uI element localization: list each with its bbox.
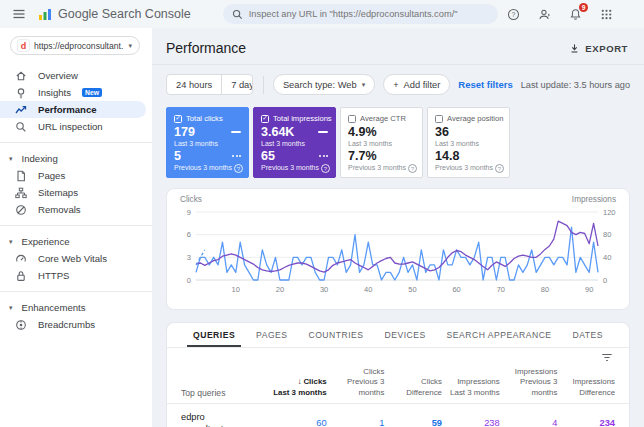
- column-header-clicks-difference[interactable]: ClicksDifference: [384, 377, 442, 398]
- magnifier-icon: [15, 121, 27, 133]
- sidebar-item-pages[interactable]: Pages: [0, 167, 152, 184]
- sidebar-item-overview[interactable]: Overview: [0, 67, 152, 84]
- top-app-bar: Google Search Console ? 9: [0, 0, 644, 28]
- sidebar-section-experience[interactable]: ▾ Experience: [0, 233, 152, 250]
- checkbox-checked-icon[interactable]: ✓: [261, 115, 269, 123]
- checkbox-checked-icon[interactable]: ✓: [174, 115, 182, 123]
- property-selector[interactable]: d https://edproconsultant... ▾: [10, 36, 140, 55]
- filter-list-icon[interactable]: [601, 352, 613, 363]
- help-icon[interactable]: ?: [321, 164, 330, 173]
- range-7-days[interactable]: 7 days: [221, 75, 252, 94]
- search-console-logo-icon: [38, 8, 52, 21]
- column-header-top-queries[interactable]: Top queries: [181, 388, 269, 398]
- help-icon[interactable]: ?: [506, 7, 521, 22]
- solid-line-indicator: [231, 131, 241, 133]
- sidebar-item-label: Breadcrumbs: [38, 319, 95, 330]
- url-inspect-searchbar[interactable]: [223, 4, 498, 24]
- svg-text:10: 10: [232, 285, 240, 294]
- property-favicon: d: [18, 40, 29, 51]
- clicks-last-cell: 60: [269, 418, 327, 427]
- main-content: Performance EXPORT 24 hours 7 days 28 da…: [152, 28, 644, 427]
- impressions-previous-cell: 4: [500, 418, 558, 427]
- sidebar-item-label: Performance: [38, 104, 97, 115]
- search-type-dropdown[interactable]: Search type: Web ▾: [273, 74, 375, 95]
- tab-dates[interactable]: DATES: [566, 323, 609, 347]
- column-header-impressions-last[interactable]: ImpressionsLast 3 months: [442, 377, 500, 398]
- impressions-last-cell: 238: [442, 418, 500, 427]
- page-header: Performance EXPORT: [152, 28, 644, 65]
- card-period: Last 3 months: [174, 140, 241, 147]
- gauge-icon: [15, 253, 27, 265]
- sidebar-item-sitemaps[interactable]: Sitemaps: [0, 184, 152, 201]
- svg-text:9: 9: [187, 208, 191, 217]
- sidebar-item-breadcrumbs[interactable]: Breadcrumbs: [0, 316, 152, 333]
- notifications-bell-icon[interactable]: 9: [568, 7, 583, 22]
- column-header-impressions-difference[interactable]: ImpressionsDifference: [557, 377, 615, 398]
- sidebar-item-insights[interactable]: Insights New: [0, 84, 152, 101]
- search-console-logo[interactable]: Google Search Console: [38, 7, 191, 21]
- dotted-line-indicator: [232, 155, 241, 157]
- export-button[interactable]: EXPORT: [569, 43, 628, 54]
- table-row[interactable]: edpro consultants 60 1 59 238 4 234: [167, 404, 629, 427]
- reset-filters-link[interactable]: Reset filters: [458, 79, 512, 90]
- range-24-hours[interactable]: 24 hours: [167, 75, 221, 94]
- tab-queries[interactable]: QUERIES: [187, 323, 241, 347]
- lock-icon: [15, 270, 27, 282]
- account-switcher-icon[interactable]: [537, 7, 552, 22]
- tab-countries[interactable]: COUNTRIES: [302, 323, 369, 347]
- sidebar-divider: [0, 142, 152, 143]
- sidebar-item-url-inspection[interactable]: URL inspection: [0, 118, 152, 135]
- checkbox-unchecked-icon[interactable]: [348, 115, 356, 123]
- sidebar-section-indexing[interactable]: ▾ Indexing: [0, 150, 152, 167]
- sidebar-item-label: Pages: [38, 170, 65, 181]
- svg-text:20: 20: [276, 285, 284, 294]
- tab-search-appearance[interactable]: SEARCH APPEARANCE: [441, 323, 558, 347]
- chevron-down-icon: ▾: [362, 81, 366, 89]
- date-range-segmented-control: 24 hours 7 days 28 days 3 months ✓Compar…: [166, 74, 253, 95]
- new-badge: New: [82, 88, 102, 97]
- sidebar-section-enhancements[interactable]: ▾ Enhancements: [0, 299, 152, 316]
- svg-text:0: 0: [603, 276, 607, 285]
- hamburger-menu-icon[interactable]: [12, 6, 26, 22]
- sidebar-nav: Overview Insights New Performance URL in…: [0, 67, 152, 333]
- performance-chart-icon: [15, 104, 27, 116]
- card-value: 179: [174, 125, 195, 139]
- checkbox-unchecked-icon[interactable]: [435, 115, 443, 123]
- sidebar-item-label: Sitemaps: [38, 187, 78, 198]
- column-header-clicks-last[interactable]: ↓ClicksLast 3 months: [269, 377, 327, 398]
- sidebar-item-https[interactable]: HTTPS: [0, 267, 152, 284]
- tab-pages[interactable]: PAGES: [250, 323, 293, 347]
- card-total-clicks[interactable]: ✓Total clicks 179 Last 3 months 5 Previo…: [166, 107, 249, 178]
- sidebar-item-performance[interactable]: Performance: [0, 101, 146, 118]
- query-cell: edpro consultants: [181, 411, 269, 427]
- left-axis-title: Clicks: [180, 195, 202, 204]
- google-apps-grid-icon[interactable]: [599, 7, 614, 22]
- add-filter-button[interactable]: + Add filter: [383, 74, 450, 95]
- card-total-impressions[interactable]: ✓Total impressions 3.64K Last 3 months 6…: [253, 107, 336, 178]
- pages-document-icon: [15, 170, 27, 182]
- sidebar-item-label: Removals: [38, 204, 81, 215]
- svg-text:30: 30: [320, 285, 328, 294]
- sidebar-item-label: URL inspection: [38, 121, 103, 132]
- help-icon[interactable]: ?: [495, 164, 504, 173]
- chevron-down-icon: ▾: [9, 155, 13, 163]
- sidebar-item-core-web-vitals[interactable]: Core Web Vitals: [0, 250, 152, 267]
- help-icon[interactable]: ?: [408, 164, 417, 173]
- tab-devices[interactable]: DEVICES: [378, 323, 431, 347]
- sidebar-section-label: Experience: [22, 236, 70, 247]
- url-inspect-input[interactable]: [249, 9, 489, 19]
- metric-cards: ✓Total clicks 179 Last 3 months 5 Previo…: [152, 95, 644, 178]
- sidebar-item-removals[interactable]: Removals: [0, 201, 152, 218]
- breadcrumbs-icon: [15, 319, 27, 331]
- svg-text:120: 120: [603, 208, 616, 217]
- card-period: Last 3 months: [261, 140, 328, 147]
- column-header-impressions-previous[interactable]: ImpressionsPrevious 3 months: [500, 367, 558, 398]
- card-value: 3.64K: [261, 125, 294, 139]
- card-label: Total impressions: [273, 114, 332, 123]
- sidebar-item-label: HTTPS: [38, 270, 69, 281]
- card-average-position[interactable]: Average position 36 Last 3 months 14.8 P…: [427, 107, 510, 178]
- column-header-clicks-previous[interactable]: ClicksPrevious 3 months: [327, 367, 385, 398]
- card-prev-period: Previous 3 months: [435, 164, 502, 171]
- card-average-ctr[interactable]: Average CTR 4.9% Last 3 months 7.7% Prev…: [340, 107, 423, 178]
- help-icon[interactable]: ?: [234, 164, 243, 173]
